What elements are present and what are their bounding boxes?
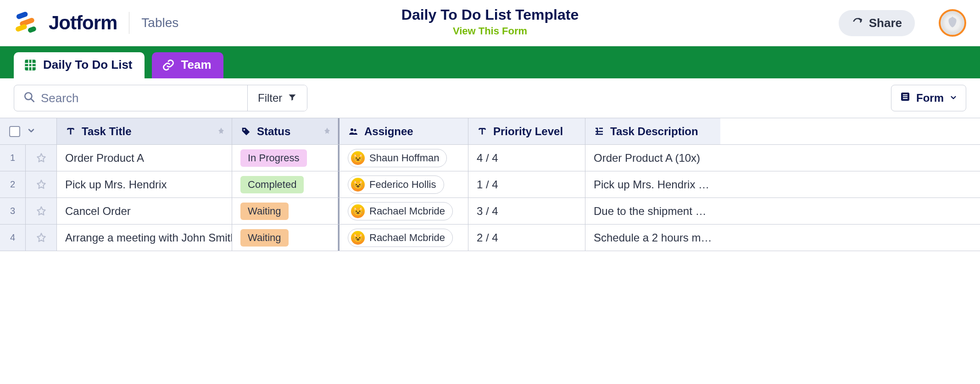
cell-task-title[interactable]: Order Product A (57, 145, 232, 171)
tab-label: Daily To Do List (43, 58, 133, 72)
grid-header-row: Task Title Status Assignee Priority Leve… (0, 118, 980, 145)
text-icon (477, 126, 488, 137)
jotform-logo-icon (14, 10, 40, 36)
share-button[interactable]: Share (839, 10, 915, 36)
toolbar: Filter Form (0, 78, 980, 118)
cell-status[interactable]: In Progress (232, 145, 338, 171)
col-header-priority[interactable]: Priority Level (468, 118, 585, 144)
chevron-down-icon (949, 92, 958, 104)
star-icon (35, 179, 47, 191)
cell-priority[interactable]: 3 / 4 (468, 198, 585, 224)
table-row[interactable]: 2 Pick up Mrs. Hendrix Completed 😺 Feder… (0, 171, 980, 198)
cell-description[interactable]: Pick up Mrs. Hendrix from th... (585, 171, 720, 197)
svg-point-16 (351, 128, 353, 131)
table-row[interactable]: 3 Cancel Order Waiting 😺 Rachael Mcbride… (0, 198, 980, 225)
assignee-name: Shaun Hoffman (369, 152, 439, 164)
user-avatar[interactable] (939, 9, 966, 37)
star-icon (35, 152, 47, 164)
cell-priority[interactable]: 4 / 4 (468, 145, 585, 171)
filter-icon (288, 92, 297, 104)
divider (129, 12, 129, 34)
row-star[interactable] (26, 145, 57, 171)
page-title: Daily To Do List Template (401, 6, 579, 23)
assignee-chip: 😺 Shaun Hoffman (348, 149, 447, 167)
row-star[interactable] (26, 171, 57, 197)
select-all-checkbox[interactable] (9, 126, 20, 137)
brand-name: Jotform (49, 12, 117, 34)
section-label[interactable]: Tables (141, 16, 178, 30)
table-row[interactable]: 4 Arrange a meeting with John Smith Wait… (0, 225, 980, 251)
svg-rect-3 (27, 26, 37, 33)
cell-assignee[interactable]: 😺 Rachael Mcbride (338, 225, 468, 251)
tab-daily-list[interactable]: Daily To Do List (14, 52, 145, 78)
pin-icon[interactable] (217, 125, 225, 138)
assignee-name: Rachael Mcbride (369, 232, 445, 244)
people-icon (348, 126, 359, 137)
cell-task-title[interactable]: Arrange a meeting with John Smith (57, 225, 232, 251)
search-icon (23, 91, 35, 105)
grid-icon (24, 59, 37, 71)
assignee-avatar-icon: 😺 (351, 231, 365, 245)
svg-rect-4 (25, 60, 35, 70)
cell-assignee[interactable]: 😺 Shaun Hoffman (338, 145, 468, 171)
assignee-chip: 😺 Rachael Mcbride (348, 229, 453, 247)
pin-icon[interactable] (323, 125, 331, 138)
share-icon (852, 16, 863, 31)
view-form-link[interactable]: View This Form (453, 25, 527, 37)
svg-line-10 (31, 99, 34, 102)
star-icon (35, 205, 47, 217)
tab-team[interactable]: Team (152, 52, 223, 78)
select-all-cell (0, 118, 57, 144)
tab-label: Team (181, 58, 212, 72)
cell-priority[interactable]: 1 / 4 (468, 171, 585, 197)
chevron-down-icon[interactable] (27, 125, 36, 138)
svg-rect-0 (16, 11, 28, 20)
share-label: Share (869, 16, 902, 30)
form-view-label: Form (916, 92, 944, 104)
star-icon (35, 232, 47, 244)
table-row[interactable]: 1 Order Product A In Progress 😺 Shaun Ho… (0, 145, 980, 171)
cell-task-title[interactable]: Cancel Order (57, 198, 232, 224)
filter-label: Filter (258, 92, 282, 104)
status-chip: Completed (240, 176, 304, 193)
cell-assignee[interactable]: 😺 Federico Hollis (338, 171, 468, 197)
tag-icon (240, 126, 251, 137)
filter-button[interactable]: Filter (247, 85, 307, 111)
cell-description[interactable]: Due to the shipment delay, c... (585, 198, 720, 224)
row-star[interactable] (26, 225, 57, 251)
assignee-avatar-icon: 😺 (351, 151, 365, 165)
data-grid: Task Title Status Assignee Priority Leve… (0, 118, 980, 251)
cell-assignee[interactable]: 😺 Rachael Mcbride (338, 198, 468, 224)
search-input[interactable] (41, 91, 238, 105)
row-index: 3 (0, 198, 26, 224)
search-box (14, 85, 247, 111)
svg-point-17 (354, 129, 356, 131)
row-star[interactable] (26, 198, 57, 224)
cell-task-title[interactable]: Pick up Mrs. Hendrix (57, 171, 232, 197)
form-view-button[interactable]: Form (891, 85, 966, 111)
title-block: Daily To Do List Template View This Form (401, 6, 579, 37)
text-icon (65, 126, 76, 137)
row-index: 2 (0, 171, 26, 197)
paragraph-icon (594, 126, 605, 137)
logo-block: Jotform (14, 10, 117, 36)
cell-priority[interactable]: 2 / 4 (468, 225, 585, 251)
col-header-status[interactable]: Status (232, 118, 338, 144)
cell-description[interactable]: Schedule a 2 hours meeting ... (585, 225, 720, 251)
col-header-assignee[interactable]: Assignee (338, 118, 468, 144)
cell-description[interactable]: Order Product A (10x) (585, 145, 720, 171)
cell-status[interactable]: Waiting (232, 198, 338, 224)
col-header-description[interactable]: Task Description (585, 118, 720, 144)
form-icon (900, 91, 911, 105)
cell-status[interactable]: Completed (232, 171, 338, 197)
col-header-task-title[interactable]: Task Title (57, 118, 232, 144)
status-chip: Waiting (240, 229, 289, 247)
assignee-chip: 😺 Rachael Mcbride (348, 202, 453, 220)
assignee-chip: 😺 Federico Hollis (348, 176, 444, 194)
assignee-avatar-icon: 😺 (351, 178, 365, 192)
assignee-name: Federico Hollis (369, 179, 436, 191)
cell-status[interactable]: Waiting (232, 225, 338, 251)
assignee-name: Rachael Mcbride (369, 205, 445, 217)
search-filter-group: Filter (14, 85, 307, 111)
link-icon (162, 59, 175, 71)
